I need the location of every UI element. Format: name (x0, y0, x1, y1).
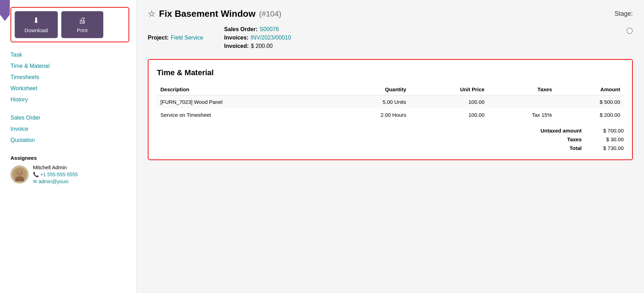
sidebar-item-timesheets[interactable]: Timesheets (11, 72, 129, 83)
assignees-title: Assignees (11, 155, 129, 161)
assignee-email: ✉ admin@yourc (33, 179, 78, 184)
header-row: ☆ Fix Basement Window (#104) Stage: (148, 8, 633, 19)
sidebar-item-worksheet[interactable]: Worksheet (11, 83, 129, 94)
cell-unit-price: 100.00 (410, 95, 488, 109)
sales-order-value[interactable]: S00076 (259, 26, 279, 33)
print-icon: 🖨 (78, 16, 86, 25)
assignee-phone: 📞 +1 555-555-5555 (33, 172, 78, 177)
summary-label: Taxes (526, 136, 582, 142)
summary-value: $ 730.00 (596, 145, 624, 151)
print-button[interactable]: 🖨 Print (61, 11, 103, 38)
col-header-unit-price: Unit Price (410, 84, 488, 95)
cell-description: Service on Timesheet (157, 108, 328, 121)
sidebar-item-task[interactable]: Task (11, 49, 129, 60)
table-row: [FURN_7023] Wood Panel 5.00 Units 100.00… (157, 95, 624, 109)
meta-invoices-row: Invoices: INV/2023/00010 (224, 35, 291, 41)
sidebar-item-quotation[interactable]: Quotation (11, 135, 129, 146)
meta-section: Project: Field Service Sales Order: S000… (148, 26, 633, 49)
download-button[interactable]: ⬇ Download (15, 11, 58, 38)
cell-description: [FURN_7023] Wood Panel (157, 95, 328, 109)
summary-value: $ 700.00 (596, 128, 624, 134)
download-label: Download (25, 27, 48, 33)
col-header-amount: Amount (555, 84, 624, 95)
assignees-section: Assignees Mitchell Admin 📞 +1 55 (11, 155, 129, 184)
task-title: Fix Basement Window (159, 8, 256, 19)
table-row: Service on Timesheet 2.00 Hours 100.00 T… (157, 108, 624, 121)
svg-point-5 (21, 172, 22, 173)
cell-amount: $ 500.00 (555, 95, 624, 109)
invoiced-label: Invoiced: (224, 43, 249, 49)
stage-circle-indicator (626, 28, 633, 34)
tm-table: Description Quantity Unit Price Taxes Am… (157, 84, 624, 121)
main-content: ☆ Fix Basement Window (#104) Stage: Proj… (137, 0, 644, 293)
avatar (11, 165, 29, 184)
col-header-quantity: Quantity (328, 84, 410, 95)
cell-quantity: 5.00 Units (328, 95, 410, 109)
assignee-name: Mitchell Admin (33, 164, 78, 170)
sidebar-item-time-material[interactable]: Time & Material (11, 60, 129, 72)
phone-icon: 📞 (33, 172, 39, 177)
summary-row: Total $ 730.00 (526, 145, 624, 151)
svg-point-4 (18, 172, 19, 173)
assignee-row: Mitchell Admin 📞 +1 555-555-5555 ✉ admin… (11, 164, 129, 184)
summary-label: Untaxed amount (526, 128, 582, 134)
cell-unit-price: 100.00 (410, 108, 488, 121)
col-header-taxes: Taxes (488, 84, 556, 95)
invoiced-value: $ 200.00 (251, 43, 272, 49)
sidebar-item-sales-order[interactable]: Sales Order (11, 112, 129, 123)
cell-taxes: Tax 15% (488, 108, 556, 121)
tm-section-title: Time & Material (157, 68, 624, 77)
cell-quantity: 2.00 Hours (328, 108, 410, 121)
summary-section: Untaxed amount $ 700.00 Taxes $ 30.00 To… (157, 128, 624, 151)
sidebar-item-history[interactable]: History (11, 94, 129, 105)
print-label: Print (77, 27, 88, 33)
task-id: (#104) (259, 9, 282, 19)
email-icon: ✉ (33, 179, 37, 184)
meta-right: Sales Order: S00076 Invoices: INV/2023/0… (224, 26, 291, 49)
invoices-label: Invoices: (224, 35, 248, 41)
cell-amount: $ 200.00 (555, 108, 624, 121)
meta-invoiced-row: Invoiced: $ 200.00 (224, 43, 291, 49)
summary-row: Taxes $ 30.00 (526, 136, 624, 142)
meta-sales-order-row: Sales Order: S00076 (224, 26, 291, 33)
summary-row: Untaxed amount $ 700.00 (526, 128, 624, 134)
action-buttons-group: ⬇ Download 🖨 Print (11, 7, 129, 42)
sidebar-nav-group2: Sales Order Invoice Quotation (11, 112, 129, 146)
tm-section: Time & Material Description Quantity Uni… (148, 59, 633, 160)
sales-order-label: Sales Order: (224, 26, 257, 33)
col-header-description: Description (157, 84, 328, 95)
project-value[interactable]: Field Service (171, 35, 203, 41)
download-icon: ⬇ (33, 16, 39, 25)
favorite-star-icon[interactable]: ☆ (148, 9, 155, 19)
invoices-value[interactable]: INV/2023/00010 (250, 35, 291, 41)
sidebar: ⬇ Download 🖨 Print Task Time & Material … (0, 0, 137, 293)
page-title-group: ☆ Fix Basement Window (#104) (148, 8, 281, 19)
meta-project: Project: Field Service (148, 26, 203, 49)
summary-label: Total (526, 145, 582, 151)
project-label: Project: (148, 35, 169, 41)
cell-taxes (488, 95, 556, 109)
assignee-info: Mitchell Admin 📞 +1 555-555-5555 ✉ admin… (33, 164, 78, 184)
stage-label: Stage: (615, 10, 633, 17)
sidebar-item-invoice[interactable]: Invoice (11, 123, 129, 135)
summary-value: $ 30.00 (596, 136, 624, 142)
sidebar-nav-group1: Task Time & Material Timesheets Workshee… (11, 49, 129, 105)
